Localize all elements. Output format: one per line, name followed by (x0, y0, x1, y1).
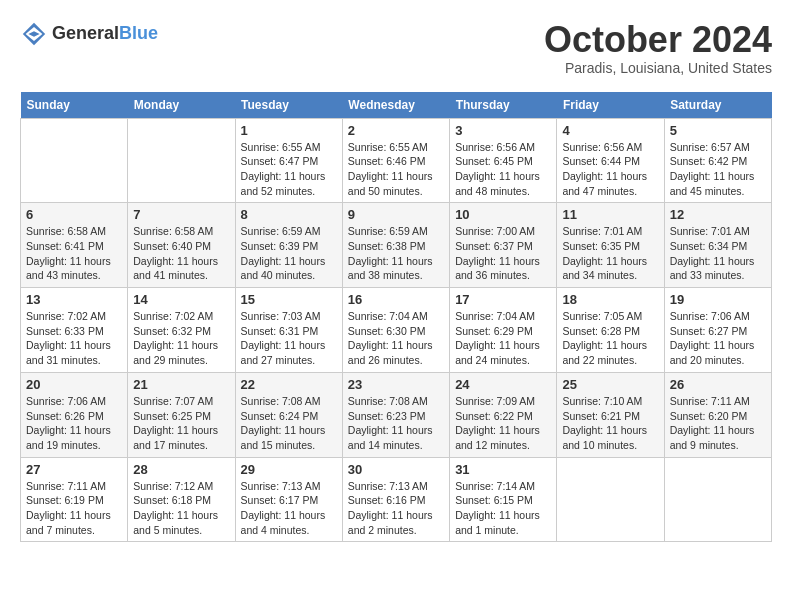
cell-info: Sunrise: 7:05 AM Sunset: 6:28 PM Dayligh… (562, 309, 658, 368)
cell-info: Sunrise: 7:06 AM Sunset: 6:26 PM Dayligh… (26, 394, 122, 453)
calendar-week-1: 1Sunrise: 6:55 AM Sunset: 6:47 PM Daylig… (21, 118, 772, 203)
calendar-cell: 6Sunrise: 6:58 AM Sunset: 6:41 PM Daylig… (21, 203, 128, 288)
calendar-cell: 12Sunrise: 7:01 AM Sunset: 6:34 PM Dayli… (664, 203, 771, 288)
cell-info: Sunrise: 7:08 AM Sunset: 6:24 PM Dayligh… (241, 394, 337, 453)
calendar-cell: 3Sunrise: 6:56 AM Sunset: 6:45 PM Daylig… (450, 118, 557, 203)
calendar-cell (557, 457, 664, 542)
day-number: 8 (241, 207, 337, 222)
month-title: October 2024 (544, 20, 772, 60)
calendar-cell: 11Sunrise: 7:01 AM Sunset: 6:35 PM Dayli… (557, 203, 664, 288)
day-number: 25 (562, 377, 658, 392)
calendar-cell: 10Sunrise: 7:00 AM Sunset: 6:37 PM Dayli… (450, 203, 557, 288)
calendar-cell: 20Sunrise: 7:06 AM Sunset: 6:26 PM Dayli… (21, 372, 128, 457)
cell-info: Sunrise: 6:55 AM Sunset: 6:47 PM Dayligh… (241, 140, 337, 199)
cell-info: Sunrise: 7:04 AM Sunset: 6:29 PM Dayligh… (455, 309, 551, 368)
calendar-cell: 4Sunrise: 6:56 AM Sunset: 6:44 PM Daylig… (557, 118, 664, 203)
calendar-week-5: 27Sunrise: 7:11 AM Sunset: 6:19 PM Dayli… (21, 457, 772, 542)
cell-info: Sunrise: 6:58 AM Sunset: 6:41 PM Dayligh… (26, 224, 122, 283)
calendar-cell: 1Sunrise: 6:55 AM Sunset: 6:47 PM Daylig… (235, 118, 342, 203)
col-sunday: Sunday (21, 92, 128, 119)
calendar-cell: 19Sunrise: 7:06 AM Sunset: 6:27 PM Dayli… (664, 288, 771, 373)
calendar-cell (21, 118, 128, 203)
day-number: 3 (455, 123, 551, 138)
day-number: 28 (133, 462, 229, 477)
col-thursday: Thursday (450, 92, 557, 119)
day-number: 22 (241, 377, 337, 392)
calendar-table: Sunday Monday Tuesday Wednesday Thursday… (20, 92, 772, 543)
cell-info: Sunrise: 7:07 AM Sunset: 6:25 PM Dayligh… (133, 394, 229, 453)
calendar-cell: 30Sunrise: 7:13 AM Sunset: 6:16 PM Dayli… (342, 457, 449, 542)
day-number: 5 (670, 123, 766, 138)
calendar-cell: 16Sunrise: 7:04 AM Sunset: 6:30 PM Dayli… (342, 288, 449, 373)
calendar-cell (664, 457, 771, 542)
day-number: 17 (455, 292, 551, 307)
calendar-cell: 18Sunrise: 7:05 AM Sunset: 6:28 PM Dayli… (557, 288, 664, 373)
cell-info: Sunrise: 7:08 AM Sunset: 6:23 PM Dayligh… (348, 394, 444, 453)
calendar-cell: 14Sunrise: 7:02 AM Sunset: 6:32 PM Dayli… (128, 288, 235, 373)
calendar-cell: 27Sunrise: 7:11 AM Sunset: 6:19 PM Dayli… (21, 457, 128, 542)
page-header: GeneralBlue October 2024 Paradis, Louisi… (20, 20, 772, 76)
calendar-cell: 22Sunrise: 7:08 AM Sunset: 6:24 PM Dayli… (235, 372, 342, 457)
calendar-cell: 31Sunrise: 7:14 AM Sunset: 6:15 PM Dayli… (450, 457, 557, 542)
cell-info: Sunrise: 7:13 AM Sunset: 6:17 PM Dayligh… (241, 479, 337, 538)
day-number: 16 (348, 292, 444, 307)
day-number: 4 (562, 123, 658, 138)
cell-info: Sunrise: 7:04 AM Sunset: 6:30 PM Dayligh… (348, 309, 444, 368)
day-number: 12 (670, 207, 766, 222)
day-number: 31 (455, 462, 551, 477)
day-number: 11 (562, 207, 658, 222)
col-wednesday: Wednesday (342, 92, 449, 119)
calendar-cell: 21Sunrise: 7:07 AM Sunset: 6:25 PM Dayli… (128, 372, 235, 457)
day-number: 19 (670, 292, 766, 307)
calendar-cell: 9Sunrise: 6:59 AM Sunset: 6:38 PM Daylig… (342, 203, 449, 288)
calendar-cell: 23Sunrise: 7:08 AM Sunset: 6:23 PM Dayli… (342, 372, 449, 457)
day-number: 20 (26, 377, 122, 392)
day-number: 24 (455, 377, 551, 392)
cell-info: Sunrise: 7:11 AM Sunset: 6:19 PM Dayligh… (26, 479, 122, 538)
calendar-cell: 15Sunrise: 7:03 AM Sunset: 6:31 PM Dayli… (235, 288, 342, 373)
day-number: 29 (241, 462, 337, 477)
cell-info: Sunrise: 7:03 AM Sunset: 6:31 PM Dayligh… (241, 309, 337, 368)
calendar-cell: 2Sunrise: 6:55 AM Sunset: 6:46 PM Daylig… (342, 118, 449, 203)
cell-info: Sunrise: 7:00 AM Sunset: 6:37 PM Dayligh… (455, 224, 551, 283)
day-number: 2 (348, 123, 444, 138)
header-row: Sunday Monday Tuesday Wednesday Thursday… (21, 92, 772, 119)
col-friday: Friday (557, 92, 664, 119)
col-tuesday: Tuesday (235, 92, 342, 119)
day-number: 7 (133, 207, 229, 222)
calendar-cell: 8Sunrise: 6:59 AM Sunset: 6:39 PM Daylig… (235, 203, 342, 288)
cell-info: Sunrise: 7:14 AM Sunset: 6:15 PM Dayligh… (455, 479, 551, 538)
cell-info: Sunrise: 7:02 AM Sunset: 6:33 PM Dayligh… (26, 309, 122, 368)
col-monday: Monday (128, 92, 235, 119)
day-number: 6 (26, 207, 122, 222)
day-number: 23 (348, 377, 444, 392)
calendar-cell (128, 118, 235, 203)
calendar-cell: 17Sunrise: 7:04 AM Sunset: 6:29 PM Dayli… (450, 288, 557, 373)
day-number: 15 (241, 292, 337, 307)
cell-info: Sunrise: 7:12 AM Sunset: 6:18 PM Dayligh… (133, 479, 229, 538)
day-number: 1 (241, 123, 337, 138)
cell-info: Sunrise: 6:57 AM Sunset: 6:42 PM Dayligh… (670, 140, 766, 199)
title-area: October 2024 Paradis, Louisiana, United … (544, 20, 772, 76)
cell-info: Sunrise: 6:56 AM Sunset: 6:44 PM Dayligh… (562, 140, 658, 199)
day-number: 10 (455, 207, 551, 222)
calendar-cell: 28Sunrise: 7:12 AM Sunset: 6:18 PM Dayli… (128, 457, 235, 542)
day-number: 13 (26, 292, 122, 307)
cell-info: Sunrise: 7:10 AM Sunset: 6:21 PM Dayligh… (562, 394, 658, 453)
cell-info: Sunrise: 7:09 AM Sunset: 6:22 PM Dayligh… (455, 394, 551, 453)
cell-info: Sunrise: 7:02 AM Sunset: 6:32 PM Dayligh… (133, 309, 229, 368)
cell-info: Sunrise: 6:59 AM Sunset: 6:39 PM Dayligh… (241, 224, 337, 283)
location-text: Paradis, Louisiana, United States (544, 60, 772, 76)
day-number: 30 (348, 462, 444, 477)
calendar-cell: 24Sunrise: 7:09 AM Sunset: 6:22 PM Dayli… (450, 372, 557, 457)
day-number: 9 (348, 207, 444, 222)
cell-info: Sunrise: 7:06 AM Sunset: 6:27 PM Dayligh… (670, 309, 766, 368)
day-number: 27 (26, 462, 122, 477)
cell-info: Sunrise: 7:01 AM Sunset: 6:34 PM Dayligh… (670, 224, 766, 283)
logo: GeneralBlue (20, 20, 158, 48)
col-saturday: Saturday (664, 92, 771, 119)
calendar-cell: 7Sunrise: 6:58 AM Sunset: 6:40 PM Daylig… (128, 203, 235, 288)
day-number: 21 (133, 377, 229, 392)
calendar-cell: 29Sunrise: 7:13 AM Sunset: 6:17 PM Dayli… (235, 457, 342, 542)
calendar-week-2: 6Sunrise: 6:58 AM Sunset: 6:41 PM Daylig… (21, 203, 772, 288)
